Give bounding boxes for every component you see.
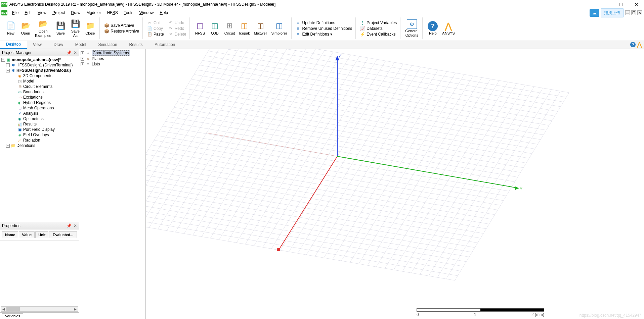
menu-modeler[interactable]: Modeler xyxy=(84,10,103,16)
tree-design1[interactable]: HFSSDesign1 (DrivenTerminal) xyxy=(16,63,73,67)
help-button[interactable]: ?Help xyxy=(425,20,440,36)
tab-simulation[interactable]: Simulation xyxy=(92,41,123,48)
scroll-thumb[interactable] xyxy=(6,307,20,311)
menu-project[interactable]: Project xyxy=(50,10,68,16)
collapse-icon[interactable]: − xyxy=(1,58,5,62)
project-root[interactable]: monopole_antenna(new)* xyxy=(12,57,61,62)
redo-button[interactable]: ↷Redo xyxy=(167,26,188,31)
child-close-button[interactable]: ✕ xyxy=(637,10,642,15)
save-archive-button[interactable]: 📦Save Archive xyxy=(102,23,140,28)
ansys-small-icon[interactable]: ⋀ xyxy=(637,41,642,48)
properties-table[interactable]: Name Value Unit Evaluated... xyxy=(1,231,78,239)
scroll-left-icon[interactable]: ◀ xyxy=(1,307,6,311)
simplorer-button[interactable]: ◫Simplorer xyxy=(269,20,289,36)
expand-icon[interactable]: + xyxy=(81,51,84,55)
app-menu-icon[interactable]: EDT xyxy=(1,10,7,15)
menu-hfss[interactable]: HFSS xyxy=(104,10,121,16)
prop-pin-icon[interactable]: 📌 xyxy=(67,223,72,228)
tab-automation[interactable]: Automation xyxy=(149,41,181,48)
menu-view[interactable]: View xyxy=(35,10,49,16)
col-name[interactable]: Name xyxy=(2,231,18,238)
model-tree[interactable]: +⌖Coordinate Systems +◈Planes +≡Lists xyxy=(79,49,146,319)
expand-icon[interactable]: + xyxy=(81,62,84,66)
properties-scrollbar[interactable]: ◀ ▶ xyxy=(1,306,78,312)
tree-3d-components[interactable]: 3D Components xyxy=(23,73,52,78)
model-coordinate-systems[interactable]: Coordinate Systems xyxy=(92,50,130,56)
ansys-button[interactable]: ⋀ANSYS xyxy=(440,20,457,36)
tab-results[interactable]: Results xyxy=(123,41,149,48)
cloud-upload-label[interactable]: 拖拽上传 xyxy=(601,8,624,17)
minimize-button[interactable]: — xyxy=(598,0,613,9)
remove-definitions-button[interactable]: ≡Remove Unused Definitions xyxy=(294,26,354,31)
q3d-button[interactable]: ◫Q3D xyxy=(207,20,222,36)
collapse-icon[interactable]: − xyxy=(6,69,10,72)
pm-close-icon[interactable]: ✕ xyxy=(74,50,77,55)
tree-field-overlays[interactable]: Field Overlays xyxy=(23,132,49,137)
tree-analysis[interactable]: Analysis xyxy=(23,111,38,116)
open-examples-button[interactable]: 📂OpenExamples xyxy=(33,18,53,38)
paste-button[interactable]: 📋Paste xyxy=(145,32,165,37)
expand-icon[interactable]: + xyxy=(6,63,10,67)
edit-definitions-button[interactable]: ≡Edit Definitions ▾ xyxy=(294,32,354,37)
variables-tab[interactable]: Variables xyxy=(2,313,23,318)
col-evaluated[interactable]: Evaluated... xyxy=(49,231,77,238)
close-button[interactable]: ✕ xyxy=(629,0,644,9)
tree-results[interactable]: Results xyxy=(23,122,37,126)
datasets-button[interactable]: 📈Datasets xyxy=(358,26,398,31)
viewport-3d[interactable]: Y Z // draw iso grid (function(){ const … xyxy=(146,49,644,319)
maxwell-button[interactable]: ◫Maxwell xyxy=(252,20,269,36)
save-button[interactable]: 💾Save xyxy=(53,20,68,36)
menu-help[interactable]: Help xyxy=(157,10,171,16)
col-value[interactable]: Value xyxy=(19,231,35,238)
delete-button[interactable]: ✕Delete xyxy=(167,32,188,37)
menu-tools[interactable]: Tools xyxy=(121,10,136,16)
event-callbacks-button[interactable]: ⚡Event Callbacks xyxy=(358,32,398,37)
update-definitions-button[interactable]: ≡Update Definitions xyxy=(294,20,354,25)
cut-button[interactable]: ✂Cut xyxy=(145,20,165,25)
tree-mesh-operations[interactable]: Mesh Operations xyxy=(23,106,54,110)
tree-excitations[interactable]: Excitations xyxy=(23,95,43,100)
tab-desktop[interactable]: Desktop xyxy=(0,41,27,49)
menu-draw[interactable]: Draw xyxy=(68,10,83,16)
tree-circuit-elements[interactable]: Circuit Elements xyxy=(23,84,52,89)
general-options-button[interactable]: ⚙GeneralOptions xyxy=(403,19,420,38)
close-project-button[interactable]: 📁Close xyxy=(83,20,97,36)
col-unit[interactable]: Unit xyxy=(35,231,48,238)
prop-close-icon[interactable]: ✕ xyxy=(74,223,77,228)
hfss-button[interactable]: ◫HFSS xyxy=(192,20,207,36)
expand-icon[interactable]: + xyxy=(6,144,10,148)
tree-hybrid-regions[interactable]: Hybrid Regions xyxy=(23,100,51,105)
save-as-button[interactable]: 💾SaveAs xyxy=(68,18,83,38)
undo-button[interactable]: ↶Undo xyxy=(167,20,188,25)
model-planes[interactable]: Planes xyxy=(92,56,104,61)
cloud-icon[interactable]: ☁ xyxy=(590,9,599,17)
menu-file[interactable]: File xyxy=(9,10,21,16)
menu-edit[interactable]: Edit xyxy=(22,10,34,16)
tree-port-field-display[interactable]: Port Field Display xyxy=(23,127,55,132)
model-lists[interactable]: Lists xyxy=(92,62,100,66)
new-button[interactable]: 📄New xyxy=(3,20,18,36)
open-button[interactable]: 📂Open xyxy=(18,20,33,36)
tab-view[interactable]: View xyxy=(27,41,48,48)
maximize-button[interactable]: ☐ xyxy=(613,0,629,9)
restore-archive-button[interactable]: 📦Restore Archive xyxy=(102,29,140,34)
expand-icon[interactable]: + xyxy=(81,57,84,61)
tree-radiation[interactable]: Radiation xyxy=(23,138,40,143)
help-small-icon[interactable]: ? xyxy=(630,42,636,47)
tab-draw[interactable]: Draw xyxy=(48,41,69,48)
child-minimize-button[interactable]: — xyxy=(625,10,630,15)
menu-window[interactable]: Window xyxy=(137,10,157,16)
scroll-right-icon[interactable]: ▶ xyxy=(73,307,78,311)
tree-boundaries[interactable]: Boundaries xyxy=(23,90,44,94)
project-tree[interactable]: −▣monopole_antenna(new)* +✱HFSSDesign1 (… xyxy=(0,56,79,222)
tree-design3[interactable]: HFSSDesign3 (DrivenModal) xyxy=(16,68,71,73)
copy-button[interactable]: 📄Copy xyxy=(145,26,165,31)
tree-model[interactable]: Model xyxy=(23,79,34,84)
circuit-button[interactable]: ⊞Circuit xyxy=(222,20,237,36)
tree-definitions[interactable]: Definitions xyxy=(16,143,35,148)
project-variables-button[interactable]: ⋮Project Variables xyxy=(358,20,398,25)
icepak-button[interactable]: ◫Icepak xyxy=(237,20,252,36)
tab-model[interactable]: Model xyxy=(69,41,92,48)
child-restore-button[interactable]: ❐ xyxy=(631,10,636,15)
tree-optimetrics[interactable]: Optimetrics xyxy=(23,116,44,121)
